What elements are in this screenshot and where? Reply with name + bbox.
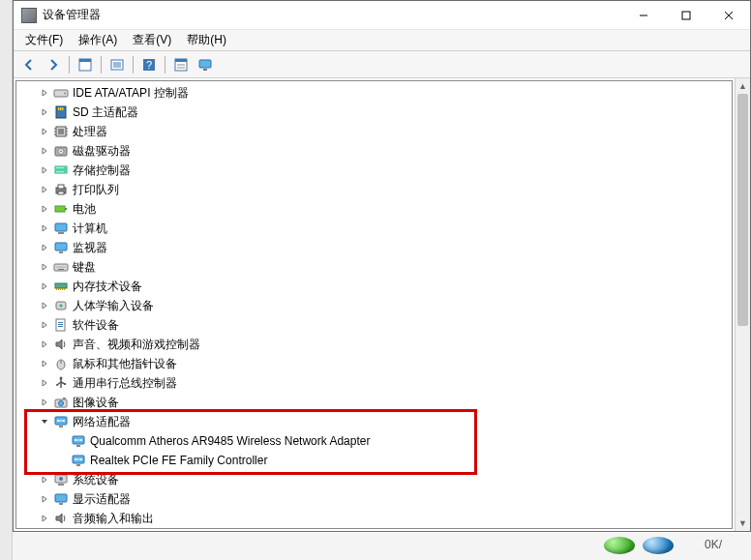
- scroll-up-arrow[interactable]: ▲: [736, 78, 750, 94]
- chevron-right-icon[interactable]: [38, 105, 51, 119]
- chevron-right-icon[interactable]: [38, 512, 51, 525]
- tree-item-network[interactable]: 网络适配器: [16, 412, 732, 431]
- chevron-right-icon[interactable]: [38, 299, 51, 312]
- tree-item-label: 音频输入和输出: [73, 511, 154, 527]
- tree-item-memory[interactable]: 内存技术设备: [16, 277, 732, 296]
- tree-item-audio[interactable]: 音频输入和输出: [16, 509, 732, 528]
- arrow-left-icon: [21, 57, 37, 73]
- minimize-button[interactable]: [622, 1, 665, 30]
- tree-item-printq[interactable]: 打印队列: [16, 180, 732, 199]
- tree-item-system[interactable]: 系统设备: [16, 470, 732, 489]
- menu-view[interactable]: 查看(V): [125, 30, 179, 50]
- hid-icon: [53, 298, 69, 313]
- chevron-right-icon[interactable]: [38, 125, 51, 138]
- svg-text:?: ?: [146, 59, 152, 71]
- toolbar-properties-button[interactable]: [74, 54, 97, 75]
- tree-item-label: Qualcomm Atheros AR9485 Wireless Network…: [90, 434, 370, 448]
- tree-item-net-rtl[interactable]: Realtek PCIe FE Family Controller: [16, 451, 732, 470]
- tree-item-keyboard[interactable]: 键盘: [16, 257, 732, 277]
- chevron-right-icon[interactable]: [38, 357, 51, 370]
- tree-item-display[interactable]: 显示适配器: [16, 489, 732, 509]
- chevron-right-icon[interactable]: [38, 396, 51, 409]
- tree-item-cpu[interactable]: 处理器: [16, 122, 732, 141]
- display-icon: [53, 491, 69, 507]
- toolbar-details-button[interactable]: [169, 54, 193, 75]
- chevron-right-icon[interactable]: [38, 183, 51, 196]
- tree-item-usb[interactable]: 通用串行总线控制器: [16, 373, 732, 393]
- chevron-right-icon[interactable]: [38, 376, 51, 390]
- tree-item-computer[interactable]: 计算机: [16, 219, 732, 238]
- network-icon: [53, 414, 69, 429]
- tree-item-net-ath[interactable]: Qualcomm Atheros AR9485 Wireless Network…: [16, 431, 732, 451]
- tree-item-imaging[interactable]: 图像设备: [16, 393, 732, 412]
- chevron-right-icon[interactable]: [38, 318, 51, 332]
- svg-rect-14: [203, 69, 207, 71]
- maximize-button[interactable]: [665, 1, 707, 30]
- chevron-right-icon[interactable]: [38, 163, 51, 177]
- properties-icon: [77, 57, 93, 73]
- tree-item-mouse[interactable]: 鼠标和其他指针设备: [16, 354, 732, 373]
- chevron-right-icon[interactable]: [38, 241, 51, 254]
- toolbar-monitor-button[interactable]: [194, 54, 217, 75]
- toolbar-help-button[interactable]: ?: [137, 54, 161, 75]
- content-area: IDE ATA/ATAPI 控制器SD 主适配器处理器磁盘驱动器存储控制器打印队…: [14, 78, 750, 531]
- status-text: 0K/: [705, 538, 722, 551]
- disk-icon: [53, 143, 69, 159]
- chevron-right-icon[interactable]: [38, 221, 51, 235]
- cpu-icon: [53, 124, 69, 139]
- toolbar-refresh-button[interactable]: [105, 54, 129, 75]
- camera-icon: [53, 395, 69, 410]
- scrollbar-thumb[interactable]: [737, 94, 748, 326]
- vertical-scrollbar[interactable]: ▲ ▼: [735, 78, 750, 531]
- battery-icon: [53, 201, 69, 217]
- toolbar-separator: [69, 56, 70, 74]
- tree-item-label: 通用串行总线控制器: [73, 375, 177, 392]
- tree-item-label: Realtek PCIe FE Family Controller: [90, 454, 267, 467]
- chevron-right-icon[interactable]: [38, 473, 51, 486]
- menu-action[interactable]: 操作(A): [71, 30, 125, 50]
- chevron-right-icon[interactable]: [38, 260, 51, 274]
- keyboard-icon: [53, 259, 69, 275]
- computer-icon: [53, 221, 69, 236]
- toolbar-back-button[interactable]: [17, 54, 41, 75]
- chevron-down-icon[interactable]: [38, 415, 51, 428]
- memory-icon: [53, 279, 69, 294]
- chevron-right-icon[interactable]: [38, 202, 51, 216]
- tree-item-ide[interactable]: IDE ATA/ATAPI 控制器: [16, 83, 732, 103]
- tree-item-label: 软件设备: [73, 317, 119, 334]
- mouse-icon: [53, 356, 69, 371]
- tree-item-label: 电池: [73, 201, 96, 218]
- status-strip: 0K/: [13, 533, 751, 560]
- tree-item-monitor[interactable]: 监视器: [16, 238, 732, 257]
- tree-item-sound[interactable]: 声音、视频和游戏控制器: [16, 335, 732, 354]
- drive-icon: [53, 85, 69, 101]
- menu-file[interactable]: 文件(F): [17, 30, 71, 50]
- tree-item-sd[interactable]: SD 主适配器: [16, 103, 732, 122]
- tree-item-software[interactable]: 软件设备: [16, 315, 732, 335]
- tree-item-hid[interactable]: 人体学输入设备: [16, 296, 732, 315]
- tree-item-disk[interactable]: 磁盘驱动器: [16, 141, 732, 161]
- tree-item-battery[interactable]: 电池: [16, 199, 732, 219]
- toolbar-forward-button[interactable]: [42, 54, 65, 75]
- status-bubble-green: [604, 537, 635, 554]
- tree-view[interactable]: IDE ATA/ATAPI 控制器SD 主适配器处理器磁盘驱动器存储控制器打印队…: [15, 80, 733, 529]
- chevron-right-icon[interactable]: [38, 86, 51, 100]
- window-title: 设备管理器: [43, 7, 101, 23]
- printer-icon: [53, 182, 69, 197]
- chevron-right-icon[interactable]: [38, 280, 51, 293]
- tree-item-label: 监视器: [73, 240, 107, 256]
- tree-item-storage[interactable]: 存储控制器: [16, 161, 732, 180]
- chevron-right-icon[interactable]: [38, 492, 51, 506]
- tree-item-label: 声音、视频和游戏控制器: [73, 337, 200, 353]
- chevron-right-icon[interactable]: [38, 338, 51, 351]
- close-button[interactable]: [707, 1, 750, 30]
- network-icon: [71, 433, 86, 449]
- help-icon: ?: [141, 57, 157, 73]
- external-sliver: [0, 0, 13, 560]
- chevron-right-icon[interactable]: [38, 144, 51, 158]
- tree-item-label: SD 主适配器: [73, 104, 138, 121]
- menu-help[interactable]: 帮助(H): [179, 30, 234, 50]
- toolbar-separator: [165, 56, 165, 74]
- scroll-down-arrow[interactable]: ▼: [736, 516, 750, 531]
- monitor-icon: [53, 240, 69, 255]
